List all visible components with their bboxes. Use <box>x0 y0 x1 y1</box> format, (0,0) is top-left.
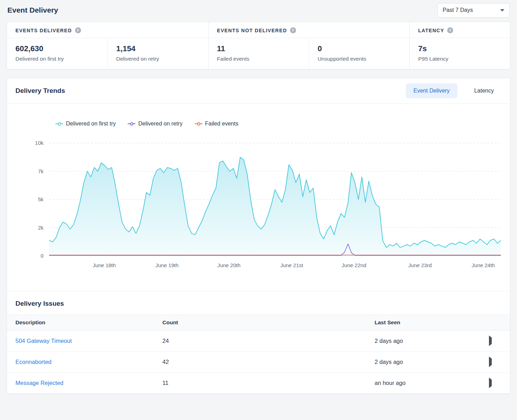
tab-event-delivery[interactable]: Event Delivery <box>406 83 457 98</box>
table-row[interactable]: Message Rejected 11 an hour ago <box>7 373 510 394</box>
issue-last-seen: an hour ago <box>375 380 489 386</box>
delivery-trends-chart: 02k5k7k10kJune 18thJune 19thJune 20thJun… <box>7 133 510 271</box>
help-icon[interactable]: ? <box>447 27 453 33</box>
metric-value: 7s <box>418 44 502 53</box>
delivery-issues-section: Delivery Issues Description Count Last S… <box>7 291 510 394</box>
issues-table-header: Description Count Last Seen <box>7 314 510 331</box>
chevron-down-icon <box>500 9 504 12</box>
legend-label: Delivered on retry <box>138 121 182 127</box>
chart-block: Delivered on first try Delivered on retr… <box>7 104 510 291</box>
metric-value: 602,630 <box>15 44 99 53</box>
svg-text:0: 0 <box>41 253 43 259</box>
legend-marker-icon <box>128 122 135 126</box>
metric-value: 0 <box>317 44 401 53</box>
stats-section-latency: LATENCY ? 7s P95 Latency <box>409 22 510 69</box>
issue-link[interactable]: 504 Gateway Timeout <box>15 338 72 344</box>
time-range-select[interactable]: Past 7 Days <box>437 3 510 18</box>
svg-text:June 20th: June 20th <box>217 262 241 268</box>
chevron-right-icon[interactable] <box>489 378 492 388</box>
section-head: EVENTS NOT DELIVERED ? <box>209 22 410 38</box>
page-title: Event Delivery <box>7 6 58 14</box>
table-row[interactable]: Econnaborted 42 2 days ago <box>7 352 510 373</box>
stats-card: EVENTS DELIVERED ? 602,630 Delivered on … <box>7 22 510 69</box>
metric-failed-events: 11 Failed events <box>209 38 309 69</box>
chart-legend: Delivered on first try Delivered on retr… <box>7 121 510 127</box>
column-header-description: Description <box>7 319 162 326</box>
svg-text:June 24th: June 24th <box>472 262 495 268</box>
metric-value: 1,154 <box>116 44 200 53</box>
issue-count: 24 <box>162 338 375 344</box>
section-body: 602,630 Delivered on first try 1,154 Del… <box>7 38 208 69</box>
legend-marker-icon <box>55 122 63 126</box>
legend-marker-icon <box>195 122 202 126</box>
metric-label: P95 Latency <box>418 56 502 62</box>
metric-label: Delivered on first try <box>15 56 99 62</box>
help-icon[interactable]: ? <box>290 27 296 33</box>
svg-text:2k: 2k <box>38 225 43 231</box>
legend-item[interactable]: Failed events <box>195 121 239 127</box>
section-body: 11 Failed events 0 Unsupported events <box>209 38 410 69</box>
column-header-count: Count <box>162 319 375 326</box>
legend-label: Delivered on first try <box>66 121 116 127</box>
legend-item[interactable]: Delivered on retry <box>128 121 182 127</box>
section-head: LATENCY ? <box>410 22 510 38</box>
metric-delivered-first-try: 602,630 Delivered on first try <box>7 38 107 69</box>
event-delivery-page: Event Delivery Past 7 Days EVENTS DELIVE… <box>0 0 517 394</box>
trends-tabs: Event Delivery Latency <box>406 83 502 98</box>
delivery-trends-card: Delivery Trends Event Delivery Latency D… <box>7 78 510 394</box>
tab-latency[interactable]: Latency <box>466 83 502 98</box>
metric-unsupported-events: 0 Unsupported events <box>309 38 409 69</box>
svg-text:5k: 5k <box>38 196 43 202</box>
legend-item[interactable]: Delivered on first try <box>55 121 116 127</box>
chevron-right-icon[interactable] <box>489 336 492 346</box>
column-header-last-seen: Last Seen <box>375 319 489 326</box>
svg-text:June 22nd: June 22nd <box>342 262 366 268</box>
svg-text:10k: 10k <box>35 140 44 146</box>
issue-count: 42 <box>162 359 375 365</box>
svg-text:June 18th: June 18th <box>93 262 116 268</box>
chevron-right-icon[interactable] <box>489 357 492 367</box>
svg-text:June 21st: June 21st <box>280 262 303 268</box>
issue-last-seen: 2 days ago <box>375 359 489 365</box>
time-range-value: Past 7 Days <box>443 7 473 13</box>
metric-value: 11 <box>217 44 301 53</box>
table-row[interactable]: 504 Gateway Timeout 24 2 days ago <box>7 331 510 352</box>
issue-last-seen: 2 days ago <box>375 338 489 344</box>
trends-header: Delivery Trends Event Delivery Latency <box>7 78 510 104</box>
metric-label: Failed events <box>217 56 301 62</box>
issues-title: Delivery Issues <box>7 300 510 314</box>
section-label: EVENTS DELIVERED <box>15 28 72 33</box>
section-head: EVENTS DELIVERED ? <box>7 22 208 38</box>
section-body: 7s P95 Latency <box>410 38 510 69</box>
section-label: EVENTS NOT DELIVERED <box>217 28 287 33</box>
metric-delivered-retry: 1,154 Delivered on retry <box>107 38 208 69</box>
stats-section-events-not-delivered: EVENTS NOT DELIVERED ? 11 Failed events … <box>208 22 410 69</box>
svg-text:7k: 7k <box>38 168 43 174</box>
svg-text:June 19th: June 19th <box>155 262 179 268</box>
trends-title: Delivery Trends <box>15 87 65 95</box>
metric-label: Delivered on retry <box>116 56 200 62</box>
stats-section-events-delivered: EVENTS DELIVERED ? 602,630 Delivered on … <box>7 22 208 69</box>
issue-link[interactable]: Econnaborted <box>15 359 52 365</box>
help-icon[interactable]: ? <box>75 27 81 33</box>
metric-p95-latency: 7s P95 Latency <box>410 38 510 69</box>
issue-count: 11 <box>162 380 375 386</box>
legend-label: Failed events <box>205 121 239 127</box>
metric-label: Unsupported events <box>317 56 401 62</box>
section-label: LATENCY <box>418 28 444 33</box>
svg-text:June 23rd: June 23rd <box>408 262 432 268</box>
top-bar: Event Delivery Past 7 Days <box>7 0 510 22</box>
issue-link[interactable]: Message Rejected <box>15 380 63 386</box>
